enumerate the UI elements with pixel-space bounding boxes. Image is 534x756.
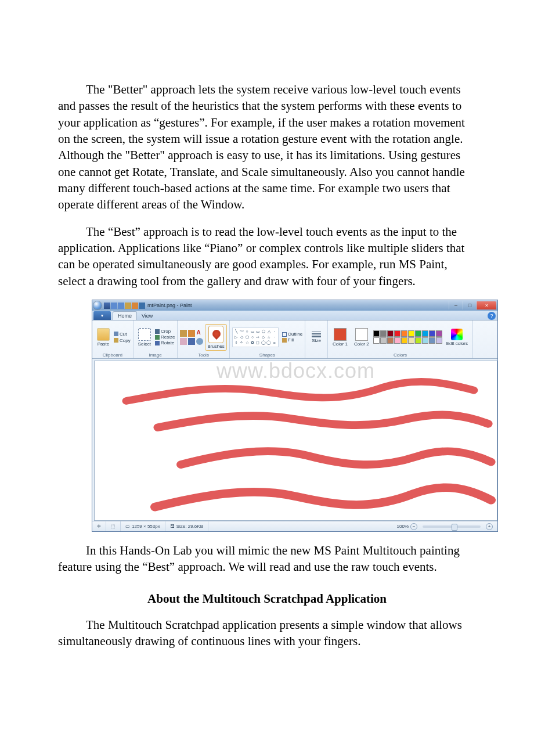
palette-swatch[interactable] (401, 330, 407, 337)
zoom-out-button[interactable]: − (410, 523, 417, 530)
palette-swatch[interactable] (408, 330, 414, 337)
status-selection: ⬚ (106, 521, 121, 531)
palette-swatch[interactable] (387, 330, 394, 337)
resize-label: Resize (161, 334, 175, 340)
palette-swatch[interactable] (401, 337, 407, 344)
group-label: Clipboard (95, 352, 131, 358)
cut-label: Cut (120, 332, 127, 337)
outline-button[interactable]: Outline (282, 332, 302, 337)
shapes-gallery[interactable]: ╲〰○▭▭⬠△· ▷◇⬡○⇨◇☆· ⇩✧☆✿◻◯◯≡ (232, 327, 279, 347)
palette-swatch[interactable] (436, 330, 442, 337)
palette-swatch[interactable] (387, 337, 394, 344)
group-image: Select Crop Resize Rotate Image (134, 321, 178, 358)
palette-swatch[interactable] (380, 337, 387, 344)
titlebar: mtPaint.png - Paint – □ × (92, 300, 497, 311)
text-tool-icon[interactable]: A (196, 330, 203, 337)
mspaint-screenshot-figure: mtPaint.png - Paint – □ × ▾ Home View ? … (92, 300, 498, 532)
ribbon-tabs: ▾ Home View ? (92, 311, 497, 321)
minimize-button[interactable]: – (449, 301, 463, 309)
color1-swatch (334, 328, 347, 341)
eraser-tool-icon[interactable] (180, 338, 187, 345)
size-icon (310, 332, 323, 337)
rotate-button[interactable]: Rotate (155, 340, 175, 345)
close-button[interactable]: × (477, 301, 496, 309)
qat-item-icon[interactable] (125, 303, 131, 309)
palette-swatch[interactable] (394, 330, 400, 337)
fill-icon (282, 338, 287, 343)
filesize-value: Size: 29.6KB (176, 524, 203, 529)
color-palette[interactable] (373, 330, 442, 344)
edit-colors-button[interactable]: Edit colors (444, 327, 470, 347)
cut-button[interactable]: Cut (114, 332, 131, 337)
palette-swatch[interactable] (373, 337, 380, 344)
paste-button[interactable]: Paste (95, 327, 112, 348)
color1-button[interactable]: Color 1 (330, 327, 350, 348)
palette-swatch[interactable] (415, 330, 421, 337)
paint-orb-icon[interactable] (93, 301, 102, 309)
copy-button[interactable]: Copy (114, 338, 131, 343)
fill-tool-icon[interactable] (188, 330, 195, 337)
palette-swatch[interactable] (429, 330, 435, 337)
palette-swatch[interactable] (429, 337, 435, 344)
palette-swatch[interactable] (394, 337, 400, 344)
group-clipboard: Paste Cut Copy Clipboard (92, 321, 134, 358)
palette-swatch[interactable] (422, 337, 428, 344)
resize-button[interactable]: Resize (155, 334, 175, 340)
file-menu-button[interactable]: ▾ (93, 311, 111, 320)
quick-access-toolbar (104, 303, 145, 309)
help-icon[interactable]: ? (488, 312, 496, 320)
group-tools: A Brushes Tools (178, 321, 229, 358)
select-button[interactable]: Select (136, 327, 153, 348)
fill-button[interactable]: Fill (282, 337, 302, 343)
fill-label: Fill (288, 337, 294, 343)
edit-colors-icon (451, 329, 463, 340)
color2-swatch (355, 328, 368, 341)
ribbon: Paste Cut Copy Clipboard Select (92, 321, 497, 359)
size-button[interactable]: Size (308, 330, 325, 344)
qat-item-icon[interactable] (132, 303, 138, 309)
brushes-button[interactable]: Brushes (205, 324, 226, 351)
group-label: Image (136, 352, 175, 358)
tab-view[interactable]: View (137, 312, 157, 320)
group-size: Size . (305, 321, 328, 358)
crop-icon (155, 329, 160, 334)
palette-swatch[interactable] (373, 330, 380, 337)
picker-tool-icon[interactable] (188, 338, 195, 345)
canvas[interactable]: www.bdocx.com (94, 361, 497, 521)
group-label: Shapes (232, 352, 302, 358)
pencil-tool-icon[interactable] (180, 330, 187, 337)
body-paragraph: The “Best” approach is to read the low-l… (58, 224, 476, 289)
selection-icon: ⬚ (111, 524, 116, 529)
magnifier-tool-icon[interactable] (196, 338, 203, 345)
zoom-slider[interactable] (423, 525, 481, 528)
status-cursor: ✛ (92, 521, 106, 531)
qat-undo-icon[interactable] (111, 303, 117, 309)
tools-grid: A (180, 330, 203, 345)
palette-swatch[interactable] (380, 330, 387, 337)
palette-swatch[interactable] (422, 330, 428, 337)
qat-item-icon[interactable] (139, 303, 145, 309)
color2-button[interactable]: Color 2 (352, 327, 371, 348)
palette-swatch[interactable] (408, 337, 414, 344)
paint-window: mtPaint.png - Paint – □ × ▾ Home View ? … (92, 300, 498, 532)
group-shapes: ╲〰○▭▭⬠△· ▷◇⬡○⇨◇☆· ⇩✧☆✿◻◯◯≡ Outline Fill … (230, 321, 305, 358)
titlebar-left (93, 301, 145, 309)
window-title: mtPaint.png - Paint (145, 303, 449, 308)
body-paragraph: The Multitouch Scratchpad application pr… (58, 617, 476, 650)
group-colors: Color 1 Color 2 Edit colors Colors (328, 321, 473, 358)
status-zoom: 100% − + (392, 521, 497, 531)
crop-button[interactable]: Crop (155, 329, 175, 334)
color2-label: Color 2 (354, 341, 369, 347)
outline-label: Outline (288, 332, 302, 337)
qat-redo-icon[interactable] (118, 303, 124, 309)
dimensions-icon: ▭ (125, 524, 130, 529)
maximize-button[interactable]: □ (463, 301, 477, 309)
size-label: Size (312, 338, 321, 343)
qat-save-icon[interactable] (104, 303, 110, 309)
palette-swatch[interactable] (415, 337, 421, 344)
color1-label: Color 1 (333, 341, 348, 347)
tab-home[interactable]: Home (113, 311, 137, 320)
rotate-label: Rotate (161, 340, 175, 345)
palette-swatch[interactable] (436, 337, 442, 344)
zoom-in-button[interactable]: + (486, 523, 493, 530)
